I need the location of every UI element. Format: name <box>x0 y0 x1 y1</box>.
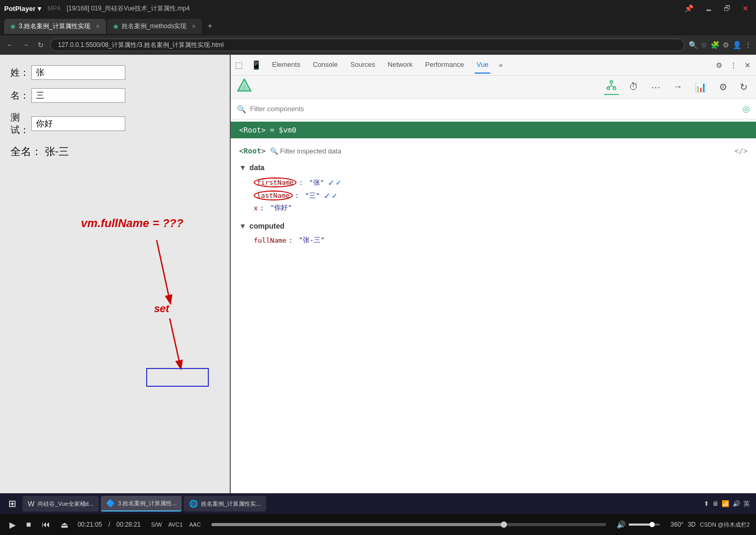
taskbar-browser-label: 姓名案例_计算属性实... <box>201 500 261 508</box>
vue-panel: ⏱ ⋯ → 📊 ⚙ ↻ 🔍 ◎ <box>231 76 756 494</box>
vue-refresh-icon[interactable]: ↻ <box>738 80 750 94</box>
main-area: 姓： 名： 测试： 全名： 张-三 vm.fullName = ??? <box>0 55 756 494</box>
minimize-button[interactable]: 🗕 <box>702 3 715 14</box>
account-icon[interactable]: 👤 <box>733 41 741 49</box>
tab-console[interactable]: Console <box>311 56 340 74</box>
data-section-header[interactable]: ▼ data <box>239 163 748 172</box>
tray-volume-icon[interactable]: 🔊 <box>733 500 740 507</box>
app-name[interactable]: PotPlayer ▾ <box>4 5 41 13</box>
forward-button[interactable]: → <box>20 40 31 50</box>
address-bar-icons: 🔍 ☆ 🧩 ⚙ 👤 ⋮ <box>689 41 752 49</box>
url-input[interactable] <box>50 39 684 51</box>
fullname-computed-value: "张-三" <box>294 235 324 245</box>
devtools-panel: ⬚ 📱 Elements Console Sources Network Per… <box>230 55 756 494</box>
tab-vue[interactable]: Vue <box>475 56 491 74</box>
volume-track[interactable] <box>629 524 660 526</box>
route-icon[interactable]: → <box>671 80 684 93</box>
x-value: "你好" <box>266 203 292 212</box>
format-sw: S/W <box>151 521 162 528</box>
tab-2-close[interactable]: ✕ <box>192 23 196 29</box>
menu-icon[interactable]: ⋮ <box>745 41 752 49</box>
vue-settings-icon[interactable]: ⚙ <box>717 80 729 94</box>
stop-button[interactable]: ■ <box>23 519 34 530</box>
check-1: ✓ <box>328 177 334 188</box>
prev-button[interactable]: ⏮ <box>39 519 53 530</box>
settings-icon[interactable]: ⚙ <box>723 41 729 49</box>
tab-1[interactable]: ◉ 3.姓名案例_计算属性实现 ✕ <box>4 19 106 34</box>
inspector-area: <Root> 🔍 Filter inspected data </> ▼ dat… <box>231 140 756 494</box>
inspector-header: <Root> 🔍 Filter inspected data </> <box>239 147 748 155</box>
play-button[interactable]: ▶ <box>6 519 19 531</box>
svg-line-8 <box>608 86 611 87</box>
word-icon: W <box>28 500 34 508</box>
new-tab-button[interactable]: + <box>203 19 216 33</box>
volume-icon[interactable]: 🔊 <box>617 520 625 529</box>
code-view-icon[interactable]: </> <box>735 147 748 155</box>
devtools-more-icon[interactable]: ⋮ <box>729 60 738 70</box>
component-search-input[interactable] <box>250 105 738 113</box>
fullname-property: fullName : "张-三" <box>239 234 748 246</box>
tab-2[interactable]: ◉ 姓名案例_methods实现 ✕ <box>107 19 203 34</box>
computed-section-header[interactable]: ▼ computed <box>239 222 748 230</box>
tab-1-label: 3.姓名案例_计算属性实现 <box>19 22 90 31</box>
tab-sources[interactable]: Sources <box>348 56 377 74</box>
surname-label: 姓： <box>10 66 31 79</box>
format-avc: AVC1 <box>168 521 183 528</box>
test-input[interactable] <box>31 116 125 131</box>
firstname-input[interactable] <box>31 88 125 103</box>
firstname-key: firstName <box>254 177 297 187</box>
timeline-icon[interactable]: ⏱ <box>627 80 641 93</box>
store-icon[interactable]: 📊 <box>693 80 708 94</box>
devtools-close-icon[interactable]: ✕ <box>743 60 752 70</box>
surname-input[interactable] <box>31 65 125 80</box>
data-section-label: data <box>250 163 265 172</box>
format-aac: AAC <box>189 521 201 528</box>
target-input-box[interactable] <box>146 368 209 387</box>
firstname-value: "张" <box>305 178 324 187</box>
more-tabs-button[interactable]: » <box>499 61 502 69</box>
inspector-icon[interactable]: ⋯ <box>649 80 663 94</box>
back-button[interactable]: ← <box>4 40 16 50</box>
taskbar-item-word[interactable]: W 尚硅谷_Vue全家桶d... <box>22 496 99 512</box>
component-tree-icon[interactable] <box>604 79 619 95</box>
vue-calc-icon: 🔷 <box>106 499 115 507</box>
vue-logo <box>237 78 252 96</box>
check-3: ✓ <box>324 190 330 201</box>
taskbar-item-vue-calc[interactable]: 🔷 3.姓名案例_计算属性... <box>101 496 182 512</box>
lastname-key: lastName <box>254 191 293 200</box>
file-info: [19/168] 019_尚硅谷Vue技术_计算属性.mp4 <box>67 4 190 13</box>
devtools-pick-icon[interactable]: ⬚ <box>235 60 243 70</box>
target-circle-icon[interactable]: ◎ <box>742 104 750 114</box>
tray-icons: ⬆ 🖥 📶 🔊 英 <box>704 500 750 508</box>
tab-network[interactable]: Network <box>386 56 415 74</box>
close-button[interactable]: ✕ <box>739 3 752 14</box>
devtools-device-icon[interactable]: 📱 <box>251 60 262 70</box>
search-icon: 🔍 <box>237 105 246 113</box>
tab-elements[interactable]: Elements <box>270 56 302 74</box>
taskbar-item-browser[interactable]: 🌐 姓名案例_计算属性实... <box>184 496 266 512</box>
devtools-settings-icon[interactable]: ⚙ <box>715 60 724 70</box>
fullname-value: 张-三 <box>45 146 69 157</box>
filter-inspected-data[interactable]: 🔍 Filter inspected data <box>270 147 341 155</box>
start-button[interactable]: ⊞ <box>4 496 20 512</box>
tray-lang[interactable]: 英 <box>743 500 750 508</box>
check-4: ✓ <box>332 191 337 200</box>
refresh-button[interactable]: ↻ <box>36 40 46 50</box>
tab-performance[interactable]: Performance <box>423 56 466 74</box>
tab-1-close[interactable]: ✕ <box>96 23 100 29</box>
taskbar-vue-calc-label: 3.姓名案例_计算属性... <box>118 500 176 507</box>
restore-button[interactable]: 🗗 <box>720 3 734 14</box>
pin-icon[interactable]: 📌 <box>681 3 696 14</box>
annotation-arrow <box>0 55 230 420</box>
tray-app-icon: 🖥 <box>712 500 718 507</box>
eject-button[interactable]: ⏏ <box>57 519 72 531</box>
dropdown-arrow[interactable]: ▾ <box>38 5 41 13</box>
tab-bar: ◉ 3.姓名案例_计算属性实现 ✕ ◉ 姓名案例_methods实现 ✕ + <box>0 17 756 35</box>
bookmark-icon[interactable]: ☆ <box>701 41 707 49</box>
volume-thumb <box>649 522 655 527</box>
progress-bar[interactable] <box>211 523 607 526</box>
tray-up-icon[interactable]: ⬆ <box>704 500 709 507</box>
extension-icon[interactable]: 🧩 <box>711 41 719 49</box>
root-component-item[interactable]: <Root> = $vm0 <box>231 122 756 138</box>
svg-line-1 <box>170 318 180 365</box>
